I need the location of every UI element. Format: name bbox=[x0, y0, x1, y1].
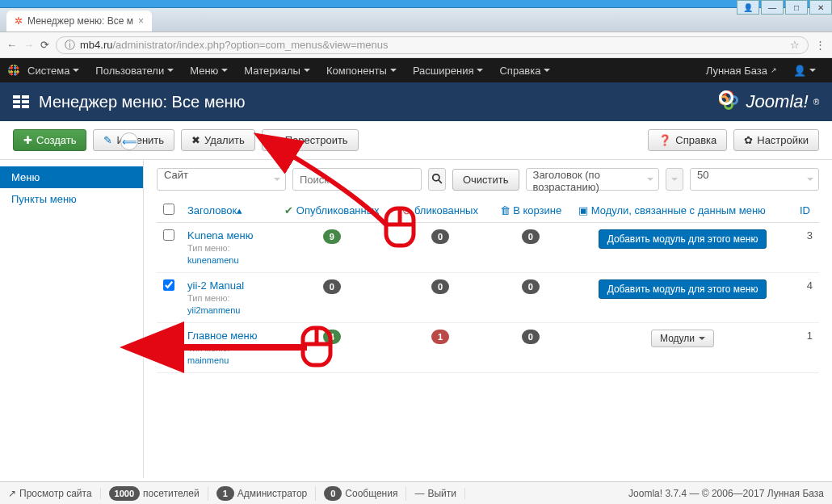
menu-title-link[interactable]: Главное меню bbox=[187, 330, 257, 342]
browser-tab[interactable]: ✲ Менеджер меню: Все м × bbox=[6, 10, 152, 32]
status-label: посетителей bbox=[143, 488, 200, 499]
nav-content[interactable]: Материалы bbox=[236, 58, 318, 82]
window-maximize-icon[interactable]: □ bbox=[785, 0, 808, 15]
collapse-sidebar-icon[interactable]: ⟸ bbox=[120, 132, 138, 150]
create-button[interactable]: ✚Создать bbox=[13, 129, 86, 151]
menu-type-link[interactable]: kunenamenu bbox=[187, 255, 239, 265]
user-icon: 👤 bbox=[793, 65, 806, 77]
menu-type-label: Тип меню: bbox=[187, 293, 229, 303]
nav-label: Расширения bbox=[413, 65, 474, 77]
caret-down-icon bbox=[167, 69, 174, 72]
published-badge[interactable]: 0 bbox=[323, 279, 341, 294]
search-button[interactable] bbox=[428, 168, 446, 191]
caret-down-icon bbox=[221, 69, 228, 72]
logout-link[interactable]: —Выйти bbox=[414, 488, 465, 499]
nav-usermenu[interactable]: 👤 bbox=[785, 58, 824, 82]
menu-type-link[interactable]: mainmenu bbox=[187, 355, 229, 365]
nav-label: Справка bbox=[499, 65, 540, 77]
rebuild-button[interactable]: ↻Перестроить bbox=[262, 129, 359, 151]
logout-icon: — bbox=[414, 488, 424, 499]
caret-down-icon bbox=[274, 178, 280, 181]
col-trashed[interactable]: 🗑 В корзине bbox=[490, 199, 572, 223]
select-all-checkbox[interactable] bbox=[163, 204, 174, 215]
window-titlebar: 👤 — □ ✕ bbox=[0, 0, 832, 8]
url-host: mb4.ru bbox=[80, 39, 112, 51]
favicon-icon: ✲ bbox=[15, 15, 23, 27]
nav-back-icon[interactable]: ← bbox=[6, 39, 17, 51]
gear-icon: ✿ bbox=[744, 134, 753, 146]
preview-site-link[interactable]: ↗Просмотр сайта bbox=[8, 488, 101, 499]
delete-button[interactable]: ✖Удалить bbox=[181, 129, 255, 151]
trademark-icon: ® bbox=[813, 98, 819, 107]
nav-sitename[interactable]: Лунная База↗ bbox=[698, 58, 785, 82]
menus-table: Заголовок▴ ✔ Опубликованных ⊗ бликованны… bbox=[157, 199, 819, 373]
svg-point-0 bbox=[433, 174, 439, 180]
bookmark-star-icon[interactable]: ☆ bbox=[790, 39, 800, 51]
menu-title-link[interactable]: Kunena меню bbox=[187, 229, 254, 242]
header-label: бликованных bbox=[414, 204, 478, 216]
limit-select[interactable]: 50 bbox=[690, 168, 819, 191]
x-circle-icon: ⊗ bbox=[402, 204, 411, 216]
url-input[interactable]: ⓘ mb4.ru/administrator/index.php?option=… bbox=[56, 36, 809, 54]
external-link-icon: ↗ bbox=[771, 66, 777, 74]
messages-counter[interactable]: 0Сообщения bbox=[324, 486, 406, 501]
nav-components[interactable]: Компоненты bbox=[318, 58, 405, 82]
col-unpublished[interactable]: ⊗ бликованных bbox=[392, 199, 490, 223]
menu-type-label: Тип меню: bbox=[187, 243, 229, 253]
unpublished-badge[interactable]: 0 bbox=[431, 229, 449, 244]
menu-title-link[interactable]: yii-2 Manual bbox=[187, 279, 244, 292]
caret-down-icon bbox=[477, 69, 483, 72]
admin-counter[interactable]: 1Администратор bbox=[216, 486, 317, 501]
sidebar-item-menus[interactable]: Меню bbox=[0, 166, 143, 188]
add-module-button[interactable]: Добавить модуль для этого меню bbox=[599, 229, 767, 249]
admin-badge: 1 bbox=[216, 486, 234, 501]
search-input[interactable] bbox=[292, 168, 422, 191]
nav-forward-icon[interactable]: → bbox=[23, 39, 34, 51]
published-badge[interactable]: 4 bbox=[323, 330, 341, 344]
window-minimize-icon[interactable]: — bbox=[761, 0, 784, 15]
sidebar-item-menu-items[interactable]: Пункты меню bbox=[0, 188, 143, 210]
row-checkbox[interactable] bbox=[163, 330, 174, 341]
nav-menus[interactable]: Меню bbox=[182, 58, 236, 82]
options-button[interactable]: ✿Настройки bbox=[733, 129, 819, 151]
row-checkbox[interactable] bbox=[163, 229, 174, 241]
client-select[interactable]: Сайт bbox=[157, 168, 286, 191]
page-header: Менеджер меню: Все меню Joomla!® bbox=[0, 82, 832, 121]
window-user-icon[interactable]: 👤 bbox=[737, 0, 759, 15]
col-published[interactable]: ✔ Опубликованных bbox=[272, 199, 391, 223]
admin-topnav: Система Пользователи Меню Материалы Комп… bbox=[0, 58, 832, 82]
help-button[interactable]: ❓Справка bbox=[648, 129, 727, 151]
nav-help[interactable]: Справка bbox=[491, 58, 558, 82]
nav-extensions[interactable]: Расширения bbox=[405, 58, 492, 82]
joomla-brand[interactable]: Joomla!® bbox=[719, 90, 819, 113]
browser-menu-icon[interactable]: ⋮ bbox=[815, 39, 826, 51]
menu-type-link[interactable]: yii2manmenu bbox=[187, 305, 240, 315]
trashed-badge[interactable]: 0 bbox=[522, 330, 540, 344]
window-close-icon[interactable]: ✕ bbox=[809, 0, 832, 15]
modules-dropdown[interactable]: Модули bbox=[651, 330, 714, 347]
joomla-logo-icon bbox=[719, 90, 742, 113]
sort-select[interactable]: Заголовок (по возрастанию) bbox=[526, 168, 660, 191]
nav-system[interactable]: Система bbox=[19, 58, 87, 82]
row-checkbox[interactable] bbox=[163, 279, 174, 291]
button-label: Создать bbox=[36, 134, 76, 146]
content: Сайт Очистить Заголовок (по возрастанию)… bbox=[144, 160, 832, 478]
caret-down-icon bbox=[699, 337, 705, 340]
add-module-button[interactable]: Добавить модуль для этого меню bbox=[599, 279, 767, 299]
col-title[interactable]: Заголовок▴ bbox=[181, 199, 272, 223]
joomla-icon[interactable] bbox=[8, 65, 19, 76]
published-badge[interactable]: 9 bbox=[323, 229, 341, 244]
sidebar: ⟸ Меню Пункты меню bbox=[0, 160, 144, 478]
sort-direction-button[interactable] bbox=[666, 168, 683, 191]
unpublished-badge[interactable]: 1 bbox=[431, 330, 449, 344]
visitors-counter[interactable]: 1000посетителей bbox=[109, 486, 208, 501]
nav-reload-icon[interactable]: ⟳ bbox=[40, 39, 49, 51]
col-id[interactable]: ID bbox=[793, 199, 819, 223]
nav-users[interactable]: Пользователи bbox=[87, 58, 182, 82]
unpublished-badge[interactable]: 0 bbox=[431, 279, 449, 294]
tab-close-icon[interactable]: × bbox=[138, 15, 144, 27]
info-icon[interactable]: ⓘ bbox=[65, 38, 75, 52]
trashed-badge[interactable]: 0 bbox=[522, 279, 540, 294]
trashed-badge[interactable]: 0 bbox=[522, 229, 540, 244]
clear-button[interactable]: Очистить bbox=[452, 169, 519, 191]
